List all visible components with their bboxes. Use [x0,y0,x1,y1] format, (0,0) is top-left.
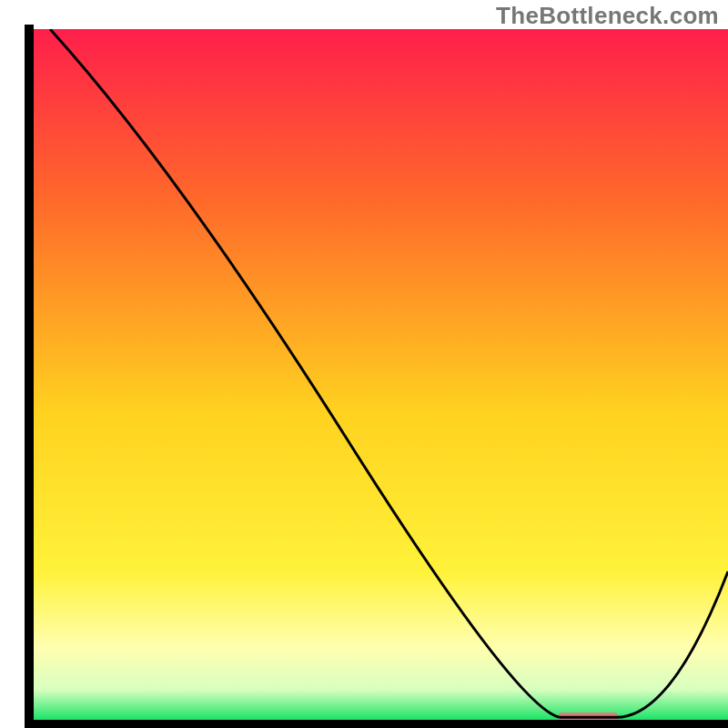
chart-container: TheBottleneck.com [0,0,728,728]
plot-area [29,29,728,724]
bottleneck-chart [0,0,728,728]
gradient-background [29,29,728,724]
watermark-text: TheBottleneck.com [496,2,719,30]
